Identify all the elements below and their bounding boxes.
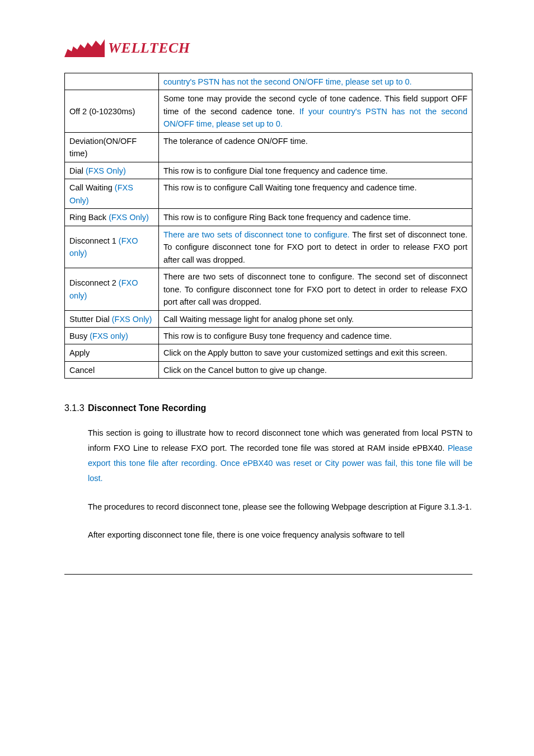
heading-title: Disconnect Tone Recording <box>88 403 206 413</box>
row-label: Deviation(ON/OFF time) <box>65 132 159 162</box>
row-label: Apply <box>65 344 159 361</box>
footer-divider <box>64 574 472 575</box>
table-row: Stutter Dial (FXS Only)Call Waiting mess… <box>65 310 472 327</box>
row-label <box>65 73 159 90</box>
row-description: This row is to configure Ring Back tone … <box>159 209 472 226</box>
paragraph-1: This section is going to illustrate how … <box>88 426 472 486</box>
table-row: Dial (FXS Only)This row is to configure … <box>65 162 472 179</box>
table-row: Deviation(ON/OFF time)The tolerance of c… <box>65 132 472 162</box>
welltech-logo-icon <box>64 39 105 57</box>
table-row: Call Waiting (FXS Only)This row is to co… <box>65 179 472 209</box>
row-description: This row is to configure Dial tone frequ… <box>159 162 472 179</box>
paragraph-3: After exporting disconnect tone file, th… <box>88 528 472 543</box>
row-label: Off 2 (0-10230ms) <box>65 90 159 132</box>
heading-number: 3.1.3 <box>64 403 85 413</box>
row-label: Busy (FXS only) <box>65 327 159 344</box>
row-label: Cancel <box>65 361 159 378</box>
table-row: Disconnect 2 (FXO only)There are two set… <box>65 268 472 310</box>
row-label: Call Waiting (FXS Only) <box>65 179 159 209</box>
spec-table: country's PSTN has not the second ON/OFF… <box>64 73 472 379</box>
table-row: Ring Back (FXS Only)This row is to confi… <box>65 209 472 226</box>
row-label: Disconnect 1 (FXO only) <box>65 226 159 268</box>
row-description: Click on the Apply button to save your c… <box>159 344 472 361</box>
page-container: WELLTECH country's PSTN has not the seco… <box>0 0 534 625</box>
table-row: CancelClick on the Cancel button to give… <box>65 361 472 378</box>
row-label: Stutter Dial (FXS Only) <box>65 310 159 327</box>
row-label: Ring Back (FXS Only) <box>65 209 159 226</box>
row-description: The tolerance of cadence ON/OFF time. <box>159 132 472 162</box>
row-description: Call Waiting message light for analog ph… <box>159 310 472 327</box>
row-description: There are two sets of disconnect tone to… <box>159 226 472 268</box>
logo-text: WELLTECH <box>108 40 190 57</box>
row-description: This row is to configure Call Waiting to… <box>159 179 472 209</box>
logo: WELLTECH <box>64 39 472 59</box>
row-description: Click on the Cancel button to give up ch… <box>159 361 472 378</box>
section-heading: 3.1.3 Disconnect Tone Recording <box>64 403 472 413</box>
table-row: country's PSTN has not the second ON/OFF… <box>65 73 472 90</box>
row-label: Disconnect 2 (FXO only) <box>65 268 159 310</box>
row-description: There are two sets of disconnect tone to… <box>159 268 472 310</box>
table-row: Off 2 (0-10230ms)Some tone may provide t… <box>65 90 472 132</box>
row-description: country's PSTN has not the second ON/OFF… <box>159 73 472 90</box>
row-description: This row is to configure Busy tone frequ… <box>159 327 472 344</box>
paragraph-2: The procedures to record disconnect tone… <box>88 500 472 515</box>
spec-table-body: country's PSTN has not the second ON/OFF… <box>65 73 472 379</box>
row-description: Some tone may provide the second cycle o… <box>159 90 472 132</box>
table-row: Busy (FXS only)This row is to configure … <box>65 327 472 344</box>
table-row: ApplyClick on the Apply button to save y… <box>65 344 472 361</box>
row-label: Dial (FXS Only) <box>65 162 159 179</box>
table-row: Disconnect 1 (FXO only)There are two set… <box>65 226 472 268</box>
